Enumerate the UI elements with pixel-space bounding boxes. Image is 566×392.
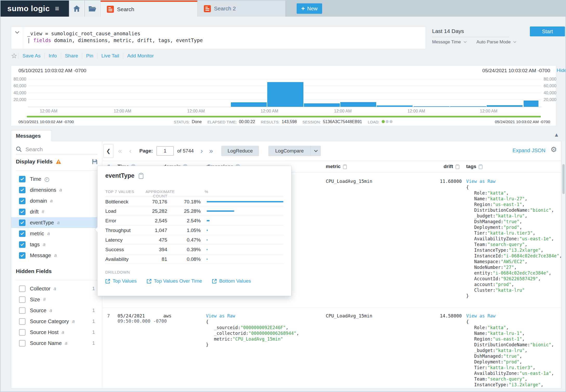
- prev-page-button[interactable]: ‹: [129, 148, 132, 155]
- field-row-size[interactable]: Size#: [11, 294, 102, 305]
- checkbox-unchecked[interactable]: [19, 285, 25, 292]
- hamburger-menu-icon[interactable]: ≡: [55, 5, 59, 12]
- tab-messages[interactable]: Messages: [11, 130, 52, 141]
- checkbox-checked[interactable]: [19, 230, 25, 237]
- checkbox-unchecked[interactable]: [19, 296, 25, 303]
- vertical-scrollbar-thumb[interactable]: [562, 164, 565, 194]
- home-button[interactable]: [69, 1, 84, 17]
- popup-value-row-availability[interactable]: Availability810.08%: [105, 254, 283, 264]
- view-as-raw-link[interactable]: View as Raw: [466, 313, 496, 318]
- field-search[interactable]: [16, 144, 97, 154]
- popup-value-row-bottleneck[interactable]: Bottleneck70,17670.18%: [105, 197, 283, 206]
- value-percent: 0.47%: [178, 237, 201, 243]
- library-button[interactable]: [85, 1, 100, 17]
- histogram-bar[interactable]: [450, 106, 486, 107]
- histogram-bar[interactable]: [487, 105, 523, 107]
- histogram-bar[interactable]: [267, 82, 303, 107]
- checkbox-checked[interactable]: [19, 252, 25, 259]
- field-row-domain[interactable]: domaina: [11, 195, 102, 206]
- search-tab-icon: [107, 6, 114, 13]
- hide-histogram-link[interactable]: Hide: [557, 68, 566, 73]
- action-link-live-tail[interactable]: Live Tail: [97, 53, 123, 59]
- col-header-drift[interactable]: drift: [444, 164, 459, 169]
- action-link-add-monitor[interactable]: Add Monitor: [123, 53, 158, 59]
- first-page-button[interactable]: «: [118, 148, 122, 155]
- checkbox-unchecked[interactable]: [19, 329, 25, 336]
- time-range-slider[interactable]: [27, 116, 541, 117]
- logcompare-button[interactable]: LogCompare: [268, 146, 310, 156]
- time-range-selector[interactable]: Last 14 Days: [432, 28, 509, 37]
- popup-value-row-success[interactable]: Success3940.39%: [105, 245, 283, 254]
- histogram-bar[interactable]: [304, 103, 340, 107]
- histogram-bar[interactable]: [231, 102, 267, 107]
- message-time-dropdown[interactable]: Message Time: [432, 39, 461, 45]
- popup-value-row-error[interactable]: Error2,5452.54%: [105, 216, 283, 225]
- action-link-share[interactable]: Share: [61, 53, 82, 59]
- tab-search[interactable]: Search: [101, 1, 197, 17]
- checkbox-checked[interactable]: [19, 176, 25, 182]
- action-link-pin[interactable]: Pin: [82, 53, 97, 59]
- field-row-collector[interactable]: Collectora1: [11, 283, 102, 294]
- collapse-sidebar-button[interactable]: ❮: [103, 144, 113, 158]
- checkbox-unchecked[interactable]: [19, 307, 25, 314]
- expand-json-link[interactable]: Expand JSON: [512, 148, 545, 154]
- field-row-source[interactable]: Sourcea1: [11, 305, 102, 316]
- col-header-tags[interactable]: tags: [466, 164, 483, 169]
- view-as-raw-link[interactable]: View as Raw: [206, 313, 235, 318]
- field-row-message[interactable]: Messagea: [11, 250, 102, 261]
- popup-value-row-throughput[interactable]: Throughput1,0471.05%: [105, 225, 283, 235]
- page-number-input[interactable]: [157, 146, 174, 156]
- checkbox-checked[interactable]: [19, 220, 25, 226]
- popup-value-row-latency[interactable]: Latency4750.47%: [105, 235, 283, 245]
- field-row-source-category[interactable]: Source Categorya1: [11, 316, 102, 327]
- logcompare-dropdown[interactable]: [310, 146, 321, 156]
- field-row-source-name[interactable]: Source Namea1: [11, 338, 102, 349]
- field-row-source-host[interactable]: Source Hosta1: [11, 327, 102, 338]
- histogram-bar[interactable]: [524, 101, 539, 107]
- field-row-dimensions[interactable]: dimensionsa: [11, 184, 102, 195]
- checkbox-unchecked[interactable]: [19, 340, 25, 347]
- view-as-raw-link[interactable]: View as Raw: [466, 179, 496, 184]
- checkbox-checked[interactable]: [19, 187, 25, 193]
- histogram-bar[interactable]: [414, 106, 450, 107]
- field-row-time[interactable]: Time: [11, 174, 102, 184]
- field-row-tags[interactable]: tagsa: [11, 239, 102, 250]
- drift-cell: 11.68000: [422, 179, 462, 184]
- checkbox-checked[interactable]: [19, 241, 25, 248]
- histogram-bar[interactable]: [377, 105, 413, 107]
- action-link-info[interactable]: Info: [44, 53, 61, 59]
- action-link-save-as[interactable]: Save As: [18, 53, 44, 59]
- last-page-button[interactable]: »: [209, 148, 213, 155]
- checkbox-checked[interactable]: [19, 209, 25, 215]
- field-search-input[interactable]: [25, 146, 97, 152]
- query-text[interactable]: _view = sumologic_root_cause_anomalies |…: [23, 27, 203, 49]
- next-page-button[interactable]: ›: [200, 148, 203, 155]
- field-row-eventtype[interactable]: eventTypea: [11, 217, 102, 228]
- percent-bar: [207, 239, 207, 241]
- status-bar: 05/10/2021 10:03:02 AM -0700 STATUS: Don…: [11, 119, 556, 125]
- query-collapse-gutter[interactable]: [11, 27, 23, 49]
- auto-parse-mode-dropdown[interactable]: Auto Parse Mode: [477, 39, 511, 45]
- col-header-metric[interactable]: metric: [326, 164, 347, 169]
- histogram-bar[interactable]: [340, 102, 376, 107]
- query-editor[interactable]: _view = sumologic_root_cause_anomalies |…: [11, 27, 426, 49]
- tab-search-2[interactable]: Search 2: [197, 1, 286, 17]
- collapse-panel-icon[interactable]: ▲: [554, 132, 559, 138]
- gear-icon[interactable]: ⚙: [550, 146, 557, 153]
- drilldown-link-top-values-over-time[interactable]: Top Values Over Time: [147, 278, 202, 284]
- drilldown-link-bottom-values[interactable]: Bottom Values: [212, 278, 251, 284]
- field-row-metric[interactable]: metrica: [11, 228, 102, 239]
- favorite-star-icon[interactable]: ☆: [11, 52, 17, 59]
- horizontal-scrollbar[interactable]: [11, 389, 561, 392]
- logreduce-button[interactable]: LogReduce: [221, 146, 259, 156]
- save-fields-icon[interactable]: [92, 159, 97, 164]
- checkbox-unchecked[interactable]: [19, 318, 25, 325]
- popup-value-row-load[interactable]: Load25,28225.28%: [105, 206, 283, 216]
- field-row-drift[interactable]: drift#: [11, 206, 102, 217]
- new-button[interactable]: + New: [297, 3, 322, 14]
- start-button[interactable]: Start: [530, 26, 565, 36]
- app-logo[interactable]: sumo logic ≡: [1, 1, 69, 17]
- drilldown-link-top-values[interactable]: Top Values: [105, 278, 137, 284]
- copy-field-icon[interactable]: [139, 173, 144, 179]
- checkbox-checked[interactable]: [19, 198, 25, 204]
